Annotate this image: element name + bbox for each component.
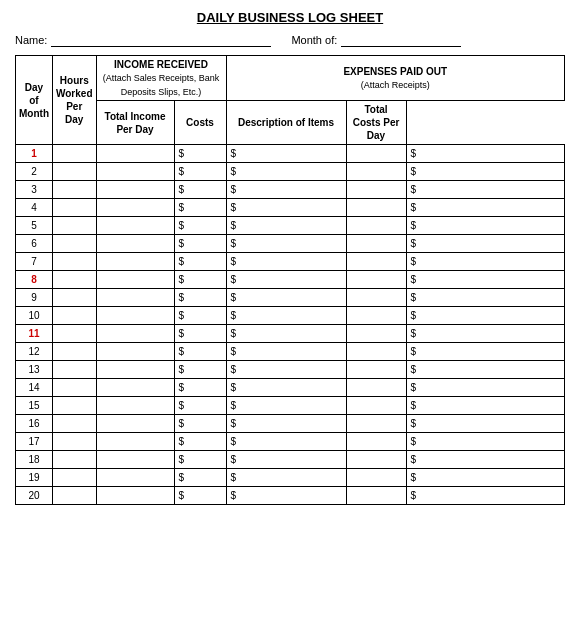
description-cell[interactable] <box>346 181 406 199</box>
costs-cell[interactable]: $ <box>226 325 346 343</box>
description-cell[interactable] <box>346 217 406 235</box>
description-cell[interactable] <box>346 487 406 505</box>
description-cell[interactable] <box>346 289 406 307</box>
income-cell[interactable] <box>96 253 174 271</box>
costs-cell[interactable]: $ <box>226 199 346 217</box>
hours-cell[interactable] <box>53 325 97 343</box>
description-cell[interactable] <box>346 325 406 343</box>
income-cell[interactable] <box>96 469 174 487</box>
total-income-cell[interactable]: $ <box>174 415 226 433</box>
description-cell[interactable] <box>346 271 406 289</box>
description-cell[interactable] <box>346 379 406 397</box>
total-costs-cell[interactable]: $ <box>406 469 565 487</box>
total-costs-cell[interactable]: $ <box>406 487 565 505</box>
description-cell[interactable] <box>346 307 406 325</box>
income-cell[interactable] <box>96 163 174 181</box>
total-costs-cell[interactable]: $ <box>406 307 565 325</box>
description-cell[interactable] <box>346 397 406 415</box>
total-income-cell[interactable]: $ <box>174 451 226 469</box>
total-costs-cell[interactable]: $ <box>406 235 565 253</box>
total-costs-cell[interactable]: $ <box>406 343 565 361</box>
costs-cell[interactable]: $ <box>226 433 346 451</box>
income-cell[interactable] <box>96 487 174 505</box>
income-cell[interactable] <box>96 415 174 433</box>
total-costs-cell[interactable]: $ <box>406 145 565 163</box>
description-cell[interactable] <box>346 145 406 163</box>
total-costs-cell[interactable]: $ <box>406 361 565 379</box>
costs-cell[interactable]: $ <box>226 253 346 271</box>
costs-cell[interactable]: $ <box>226 145 346 163</box>
hours-cell[interactable] <box>53 433 97 451</box>
hours-cell[interactable] <box>53 469 97 487</box>
total-costs-cell[interactable]: $ <box>406 289 565 307</box>
hours-cell[interactable] <box>53 199 97 217</box>
description-cell[interactable] <box>346 235 406 253</box>
hours-cell[interactable] <box>53 487 97 505</box>
total-income-cell[interactable]: $ <box>174 199 226 217</box>
month-field[interactable] <box>341 33 461 47</box>
costs-cell[interactable]: $ <box>226 469 346 487</box>
hours-cell[interactable] <box>53 145 97 163</box>
total-costs-cell[interactable]: $ <box>406 253 565 271</box>
hours-cell[interactable] <box>53 379 97 397</box>
hours-cell[interactable] <box>53 217 97 235</box>
costs-cell[interactable]: $ <box>226 487 346 505</box>
description-cell[interactable] <box>346 199 406 217</box>
total-income-cell[interactable]: $ <box>174 325 226 343</box>
description-cell[interactable] <box>346 253 406 271</box>
hours-cell[interactable] <box>53 361 97 379</box>
hours-cell[interactable] <box>53 289 97 307</box>
total-income-cell[interactable]: $ <box>174 343 226 361</box>
costs-cell[interactable]: $ <box>226 307 346 325</box>
income-cell[interactable] <box>96 289 174 307</box>
income-cell[interactable] <box>96 235 174 253</box>
total-income-cell[interactable]: $ <box>174 487 226 505</box>
total-costs-cell[interactable]: $ <box>406 325 565 343</box>
total-costs-cell[interactable]: $ <box>406 217 565 235</box>
description-cell[interactable] <box>346 433 406 451</box>
total-costs-cell[interactable]: $ <box>406 451 565 469</box>
total-income-cell[interactable]: $ <box>174 433 226 451</box>
total-income-cell[interactable]: $ <box>174 163 226 181</box>
costs-cell[interactable]: $ <box>226 163 346 181</box>
hours-cell[interactable] <box>53 307 97 325</box>
total-costs-cell[interactable]: $ <box>406 397 565 415</box>
total-costs-cell[interactable]: $ <box>406 415 565 433</box>
total-costs-cell[interactable]: $ <box>406 181 565 199</box>
costs-cell[interactable]: $ <box>226 397 346 415</box>
total-income-cell[interactable]: $ <box>174 217 226 235</box>
description-cell[interactable] <box>346 451 406 469</box>
income-cell[interactable] <box>96 307 174 325</box>
income-cell[interactable] <box>96 433 174 451</box>
total-income-cell[interactable]: $ <box>174 307 226 325</box>
hours-cell[interactable] <box>53 253 97 271</box>
income-cell[interactable] <box>96 181 174 199</box>
total-income-cell[interactable]: $ <box>174 361 226 379</box>
description-cell[interactable] <box>346 163 406 181</box>
description-cell[interactable] <box>346 361 406 379</box>
total-income-cell[interactable]: $ <box>174 235 226 253</box>
total-costs-cell[interactable]: $ <box>406 433 565 451</box>
total-income-cell[interactable]: $ <box>174 253 226 271</box>
costs-cell[interactable]: $ <box>226 181 346 199</box>
total-costs-cell[interactable]: $ <box>406 163 565 181</box>
total-income-cell[interactable]: $ <box>174 379 226 397</box>
total-costs-cell[interactable]: $ <box>406 199 565 217</box>
income-cell[interactable] <box>96 217 174 235</box>
income-cell[interactable] <box>96 271 174 289</box>
income-cell[interactable] <box>96 145 174 163</box>
description-cell[interactable] <box>346 469 406 487</box>
hours-cell[interactable] <box>53 397 97 415</box>
income-cell[interactable] <box>96 397 174 415</box>
hours-cell[interactable] <box>53 163 97 181</box>
total-income-cell[interactable]: $ <box>174 397 226 415</box>
costs-cell[interactable]: $ <box>226 289 346 307</box>
costs-cell[interactable]: $ <box>226 361 346 379</box>
costs-cell[interactable]: $ <box>226 235 346 253</box>
income-cell[interactable] <box>96 361 174 379</box>
total-costs-cell[interactable]: $ <box>406 379 565 397</box>
costs-cell[interactable]: $ <box>226 217 346 235</box>
hours-cell[interactable] <box>53 451 97 469</box>
costs-cell[interactable]: $ <box>226 343 346 361</box>
description-cell[interactable] <box>346 343 406 361</box>
